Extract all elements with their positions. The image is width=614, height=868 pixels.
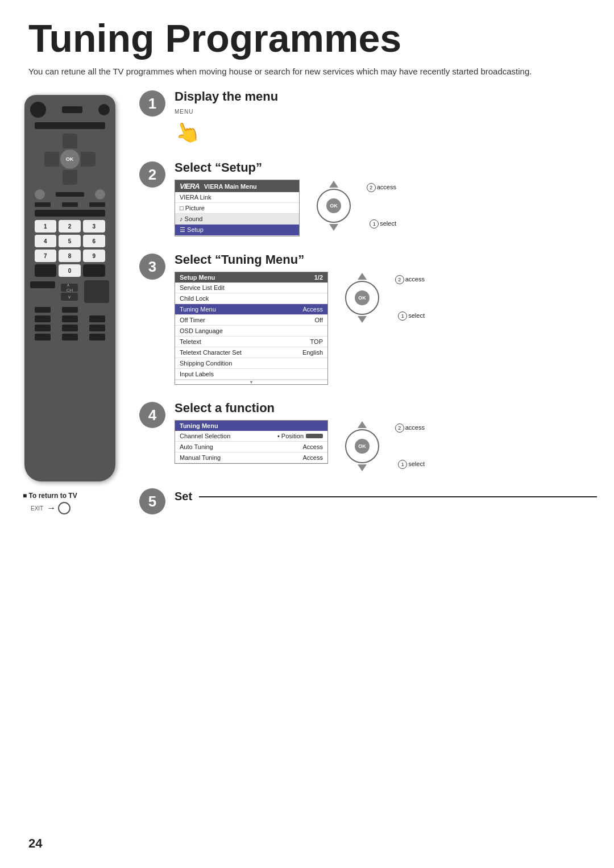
remote-btn-a bbox=[35, 202, 51, 207]
setup-item-off-timer: Off TimerOff bbox=[175, 315, 327, 326]
step-1: 1 Display the menu MENU 👆 bbox=[139, 89, 597, 144]
arrow-right: → bbox=[47, 503, 56, 513]
ch-down: ∨ bbox=[61, 293, 78, 301]
numpad-4: 4 bbox=[35, 235, 57, 247]
hand-pointing-icon: 👆 bbox=[171, 117, 204, 148]
remote-black-wide bbox=[30, 280, 55, 304]
tuning-menu-box: Tuning Menu Channel Selection • Position… bbox=[175, 420, 328, 464]
steps-column: 1 Display the menu MENU 👆 2 Select “Setu… bbox=[134, 89, 597, 530]
menu-label-area: MENU 👆 bbox=[175, 109, 200, 144]
remote-circle-left bbox=[35, 189, 45, 200]
triple-btn-h bbox=[62, 334, 78, 340]
setup-menu-header-text: Setup Menu bbox=[180, 274, 215, 281]
access-label-4: 2access bbox=[395, 423, 425, 433]
step-3-number: 3 bbox=[139, 254, 165, 280]
ok-inner: OK bbox=[326, 198, 341, 213]
setup-menu-header: Setup Menu 1/2 bbox=[175, 272, 327, 283]
tuning-item-manual: Manual Tuning Access bbox=[175, 452, 327, 463]
setup-menu-box: Setup Menu 1/2 Service List Edit Child L… bbox=[175, 272, 328, 385]
numpad-9: 9 bbox=[83, 250, 105, 262]
triple-btn-i bbox=[89, 334, 105, 340]
triple-btn-c bbox=[89, 315, 105, 322]
step-1-content: Display the menu MENU 👆 bbox=[175, 89, 597, 144]
remote-btn-b bbox=[62, 202, 78, 207]
remote-wide-btn-1 bbox=[35, 122, 105, 129]
ok-arrows-4: OK bbox=[345, 421, 379, 471]
step-4-title: Select a function bbox=[175, 401, 597, 416]
exit-circle bbox=[58, 502, 70, 514]
dpad-right bbox=[81, 152, 96, 167]
step-3-title: Select “Tuning Menu” bbox=[175, 252, 597, 267]
remote-rect-mid bbox=[56, 192, 84, 197]
arrow-up-icon bbox=[329, 181, 338, 188]
select-label-4: 1select bbox=[398, 460, 425, 469]
access-label-2: 2access bbox=[367, 183, 396, 192]
dpad-up bbox=[63, 134, 77, 148]
remote-top-circle bbox=[98, 104, 110, 115]
setup-item-service-edit: Service List Edit bbox=[175, 283, 327, 293]
menu-item-sound: ♪ Sound bbox=[175, 214, 299, 225]
step-4-row: Tuning Menu Channel Selection • Position… bbox=[175, 420, 597, 471]
remote-row-1 bbox=[35, 189, 105, 200]
tuning-item-channel-sel: Channel Selection • Position bbox=[175, 431, 327, 442]
select-label-3: 1select bbox=[398, 312, 425, 321]
exit-label: EXIT bbox=[31, 505, 43, 512]
step-3-content: Select “Tuning Menu” Setup Menu 1/2 Serv… bbox=[175, 252, 597, 385]
remote-dpad: OK bbox=[44, 134, 96, 185]
step-1-title: Display the menu bbox=[175, 89, 597, 104]
remote-triple-2 bbox=[35, 325, 105, 331]
ok-button-container-4: OK 2access 1select bbox=[345, 420, 379, 471]
intro-text: You can retune all the TV programmes whe… bbox=[0, 65, 614, 90]
setup-scroll-indicator: ▼ bbox=[175, 380, 327, 384]
step-2-title: Select “Setup” bbox=[175, 160, 597, 175]
menu-item-viera-link: VIERA Link bbox=[175, 192, 299, 203]
main-menu-header: VIERA VIERA Main Menu bbox=[175, 180, 299, 192]
numpad-1: 1 bbox=[35, 220, 57, 232]
ok-arrows-wrapper-4: OK 2access 1select bbox=[345, 421, 379, 471]
ok-button-container-3: OK 2access 1select bbox=[345, 272, 379, 323]
setup-item-input-labels: Input Labels bbox=[175, 369, 327, 380]
menu-item-setup: ☰ Setup bbox=[175, 225, 299, 236]
ok-circle: OK bbox=[317, 189, 351, 223]
triple-btn-e bbox=[62, 325, 78, 331]
viera-logo: VIERA bbox=[180, 182, 200, 190]
step-2: 2 Select “Setup” VIERA VIERA Main Menu V… bbox=[139, 160, 597, 236]
position-bar bbox=[306, 434, 323, 438]
ok-arrows-wrapper-3: OK 2access 1select bbox=[345, 273, 379, 323]
triple-btn-f bbox=[89, 325, 105, 331]
remote-color-btns bbox=[35, 307, 105, 313]
dpad-down bbox=[63, 170, 77, 185]
ok-circle-4: OK bbox=[345, 429, 379, 463]
tuning-item-auto: Auto Tuning Access bbox=[175, 442, 327, 452]
remote-ch-area: ∧CH ∨ bbox=[30, 280, 110, 304]
step-1-body: MENU 👆 bbox=[175, 109, 597, 144]
main-menu-header-text: VIERA Main Menu bbox=[204, 183, 257, 190]
step-1-number: 1 bbox=[139, 90, 165, 117]
page-title: Tuning Programmes bbox=[0, 0, 614, 65]
ok-inner-3: OK bbox=[355, 290, 370, 305]
numpad-dark-left bbox=[35, 264, 57, 277]
setup-item-shipping: Shipping Condition bbox=[175, 358, 327, 369]
setup-item-child-lock: Child Lock bbox=[175, 293, 327, 304]
remote-numpad: 1 2 3 4 5 6 7 8 9 0 bbox=[35, 220, 105, 277]
remote-wide-3 bbox=[30, 281, 55, 288]
numpad-2: 2 bbox=[59, 220, 81, 232]
setup-item-teletext: TeletextTOP bbox=[175, 337, 327, 347]
triple-btn-a bbox=[35, 315, 51, 322]
numpad-5: 5 bbox=[59, 235, 81, 247]
setup-item-tuning-menu: Tuning MenuAccess bbox=[175, 304, 327, 315]
step-5: 5 Set bbox=[139, 487, 597, 514]
remote-btn-row3c bbox=[89, 307, 105, 313]
remote-ch-btns: ∧CH ∨ bbox=[60, 283, 80, 301]
arrow-down-icon-3 bbox=[358, 316, 367, 323]
step-2-content: Select “Setup” VIERA VIERA Main Menu VIE… bbox=[175, 160, 597, 236]
remote-triple-3 bbox=[35, 334, 105, 340]
triple-btn-g bbox=[35, 334, 51, 340]
set-rule bbox=[199, 496, 597, 497]
arrow-down-icon bbox=[329, 224, 338, 231]
setup-item-osd: OSD Language bbox=[175, 326, 327, 337]
ch-up: ∧CH bbox=[61, 284, 78, 292]
ok-arrows-wrapper: OK 2access 1select bbox=[317, 181, 351, 231]
return-tv-label: ■ To return to TV bbox=[23, 492, 122, 500]
remote-top-rect bbox=[62, 106, 82, 113]
